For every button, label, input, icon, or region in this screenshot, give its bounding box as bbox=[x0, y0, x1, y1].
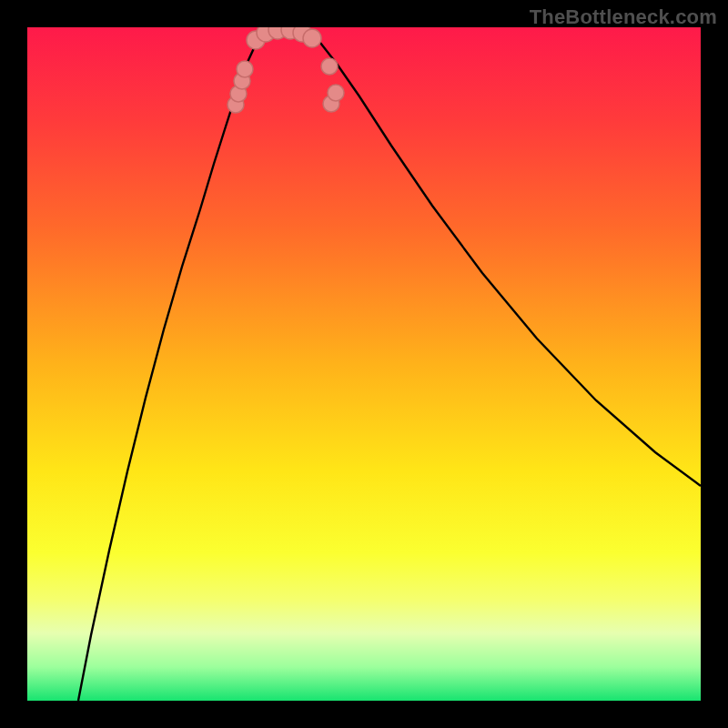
chart-frame: TheBottleneck.com bbox=[0, 0, 728, 728]
plot-area bbox=[27, 27, 701, 701]
watermark-text: TheBottleneck.com bbox=[530, 5, 717, 29]
cluster-marker bbox=[303, 29, 321, 47]
cluster-marker bbox=[328, 85, 344, 101]
cluster-marker bbox=[237, 61, 253, 77]
bottleneck-chart bbox=[27, 27, 701, 701]
cluster-marker bbox=[321, 58, 338, 75]
heat-gradient-background bbox=[27, 27, 701, 701]
